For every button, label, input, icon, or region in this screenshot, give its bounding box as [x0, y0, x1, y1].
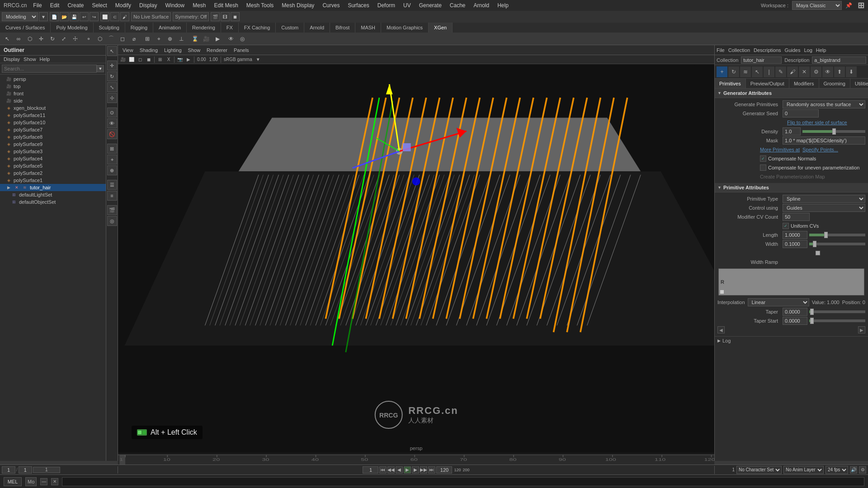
render-all[interactable]: 🎬: [211, 12, 220, 21]
move-tool-btn[interactable]: ✛: [107, 61, 117, 70]
tab-bifrost[interactable]: Bifrost: [330, 23, 355, 33]
vt-xray[interactable]: X: [165, 56, 173, 64]
menu-display[interactable]: Display: [136, 1, 160, 9]
prev-key-btn[interactable]: ◀◀: [387, 466, 395, 474]
menu-mesh-tools[interactable]: Mesh Tools: [243, 1, 277, 9]
log-section[interactable]: ▶ Log: [715, 336, 868, 345]
skip-end-btn[interactable]: ⏭: [428, 466, 435, 474]
compensate-uneven-checkbox[interactable]: [760, 164, 766, 171]
no-character-set[interactable]: No Character Set: [736, 466, 782, 474]
lasso-icon[interactable]: ∞: [13, 33, 24, 44]
ipr-icon[interactable]: ▶: [212, 33, 223, 44]
xgen-menu-descriptions[interactable]: Descriptions: [754, 47, 781, 53]
anim-pref-btn[interactable]: ⚙: [859, 466, 866, 474]
rp-icon-add[interactable]: +: [717, 66, 727, 77]
xgen-menu-help[interactable]: Help: [816, 47, 826, 53]
rotate-tool-btn[interactable]: ↻: [107, 71, 117, 81]
status-close[interactable]: ✕: [51, 478, 58, 485]
tab-modifiers[interactable]: Modifiers: [789, 79, 819, 88]
redo[interactable]: ↪: [90, 12, 99, 21]
tab-rigging[interactable]: Rigging: [125, 23, 153, 33]
vt-color-dropdown[interactable]: ▼: [254, 56, 262, 64]
vp-menu-shading[interactable]: Shading: [137, 47, 160, 54]
taper-start-input[interactable]: [783, 317, 807, 325]
outliner-show[interactable]: Show: [24, 56, 36, 62]
show-hide-icon[interactable]: 👁: [226, 33, 236, 44]
more-primitives-link[interactable]: More Primitives at: [760, 147, 800, 152]
menu-deform[interactable]: Deform: [374, 1, 399, 9]
fps-select[interactable]: 24 fps: [826, 466, 848, 474]
tab-poly-modeling[interactable]: Poly Modeling: [51, 23, 93, 33]
list-item-persp[interactable]: 🎥 persp: [0, 75, 106, 83]
width-slider[interactable]: [809, 243, 865, 245]
ramp-top-handle[interactable]: [816, 251, 820, 255]
rp-icon-vis[interactable]: 👁: [822, 66, 833, 77]
vp-menu-panels[interactable]: Panels: [231, 47, 252, 54]
tab-sculpting[interactable]: Sculpting: [94, 23, 125, 33]
list-item-defaultobjectset[interactable]: ⊞ defaultObjectSet: [5, 198, 106, 206]
list-item-tutor-hair[interactable]: ▶ ✕ ≋ tutor_hair: [0, 184, 106, 191]
list-item-side[interactable]: 🎥 side: [0, 97, 106, 104]
snap-grid[interactable]: ⊞: [142, 33, 153, 44]
list-item-polysurface11[interactable]: ◈ polySurface11: [0, 112, 106, 119]
new-scene[interactable]: 📄: [50, 12, 59, 21]
ramp-handle-bottom[interactable]: [720, 290, 724, 294]
vt-shade[interactable]: ◼: [145, 56, 153, 64]
rp-icon-hair[interactable]: ≋: [740, 66, 751, 77]
lasso-tool[interactable]: ⊂: [110, 12, 119, 21]
universal-tool-btn[interactable]: ☩: [107, 93, 117, 103]
no-anim-layer[interactable]: No Anim Layer: [783, 466, 824, 474]
list-item-polysurface8[interactable]: ◈ polySurface8: [0, 133, 106, 141]
vp-menu-renderer[interactable]: Renderer: [204, 47, 230, 54]
list-item-front[interactable]: 🎥 front: [0, 90, 106, 97]
uniform-cvs-checkbox[interactable]: ✓: [783, 223, 789, 229]
control-using-dropdown[interactable]: Guides: [783, 204, 865, 212]
history-icon[interactable]: ⌛: [189, 33, 200, 44]
vt-smooth[interactable]: ◻: [136, 56, 144, 64]
flip-other-side-link[interactable]: Flip to other side of surface: [787, 120, 847, 125]
list-item-polysurface5[interactable]: ◈ polySurface5: [0, 162, 106, 169]
workspace-dropdown[interactable]: Maya Classic: [792, 1, 842, 10]
rp-icon-guide[interactable]: |: [764, 66, 774, 77]
rp-icon-refresh[interactable]: ↻: [728, 66, 739, 77]
tab-primitives[interactable]: Primitives: [715, 79, 746, 88]
paint-icon[interactable]: ⬡: [24, 33, 35, 44]
tab-fx-caching[interactable]: FX Caching: [239, 23, 276, 33]
menu-create[interactable]: Create: [64, 1, 87, 9]
next-key-btn[interactable]: ▶▶: [420, 466, 427, 474]
tab-grooming[interactable]: Grooming: [819, 79, 850, 88]
scale-icon[interactable]: ⤢: [58, 33, 69, 44]
status-minimize[interactable]: —: [40, 478, 47, 485]
menu-file[interactable]: File: [29, 1, 45, 9]
list-item-xgen-blockout[interactable]: ◈ xgen_blockout: [0, 104, 106, 112]
modifier-cv-input[interactable]: [783, 213, 810, 221]
range-end[interactable]: [436, 466, 452, 474]
move-icon[interactable]: ✛: [36, 33, 47, 44]
snap-point[interactable]: ⊕: [165, 33, 175, 44]
current-frame-input[interactable]: [2, 466, 15, 474]
taper-slider[interactable]: [809, 310, 865, 313]
menu-modify[interactable]: Modify: [112, 1, 135, 9]
tab-xgen[interactable]: XGen: [429, 23, 453, 33]
snap-curve[interactable]: ⌖: [153, 33, 164, 44]
tb-icon-1[interactable]: ▼: [39, 12, 48, 21]
hypershade-btn[interactable]: ◎: [107, 216, 117, 226]
list-item-polysurface7[interactable]: ◈ polySurface7: [0, 126, 106, 133]
surface-icon[interactable]: ◻: [117, 33, 128, 44]
menu-window[interactable]: Window: [161, 1, 188, 9]
snap-curve-btn[interactable]: ⌖: [107, 155, 117, 164]
prev-frame-btn[interactable]: ◀: [396, 466, 403, 474]
vp-menu-lighting[interactable]: Lighting: [161, 47, 184, 54]
stop-render[interactable]: ⏹: [231, 12, 240, 21]
menu-help[interactable]: Help: [494, 1, 512, 9]
range-start[interactable]: [363, 466, 378, 474]
3d-scene[interactable]: Alt + Left Click persp: [118, 64, 714, 453]
workspace-pin[interactable]: 📌: [845, 2, 852, 9]
tab-mash[interactable]: MASH: [355, 23, 381, 33]
soft-select[interactable]: ⚬: [83, 33, 94, 44]
vt-cam-icon[interactable]: 🎥: [119, 56, 127, 64]
rp-icon-import[interactable]: ⬇: [846, 66, 857, 77]
render-view-btn[interactable]: 🎬: [107, 205, 117, 215]
vt-grid[interactable]: ⊞: [156, 56, 164, 64]
menu-uv[interactable]: UV: [400, 1, 415, 9]
